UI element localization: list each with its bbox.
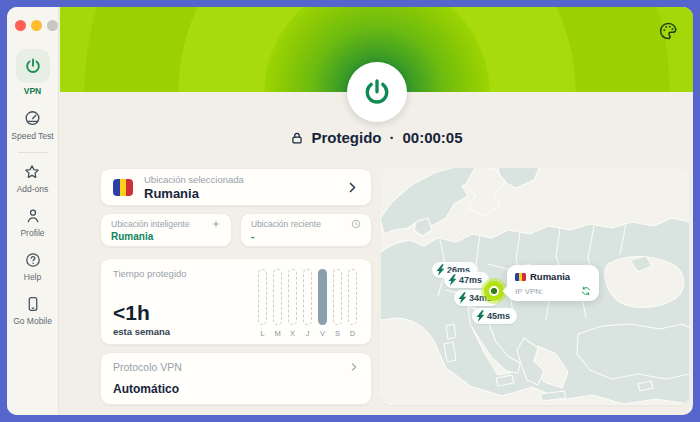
speedometer-icon	[23, 109, 42, 128]
traffic-lights	[15, 20, 58, 31]
phone-icon	[24, 295, 42, 313]
tooltip-subtitle: IP VPN:	[515, 287, 543, 296]
vpn-protocol-value: Automático	[113, 382, 359, 396]
chart-bar	[348, 269, 357, 325]
smart-location-card[interactable]: Ubicación inteligente Rumania	[100, 213, 232, 247]
europe-map[interactable]: 26ms 47ms 34ms 45ms	[380, 168, 690, 405]
status-separator: ·	[389, 129, 394, 146]
refresh-icon[interactable]	[581, 286, 591, 296]
status-label: Protegido	[311, 129, 381, 146]
sidebar-item-go-mobile[interactable]: Go Mobile	[13, 295, 52, 326]
chart-bar	[288, 269, 297, 325]
ping-badge: 45ms	[472, 308, 517, 324]
sidebar-nav: VPN Speed Test	[7, 49, 58, 326]
zoom-button[interactable]	[47, 20, 58, 31]
connected-location-marker[interactable]	[484, 281, 504, 301]
palette-icon[interactable]	[658, 21, 678, 41]
active-item-highlight	[16, 49, 50, 83]
sidebar-item-vpn[interactable]: VPN	[16, 49, 50, 96]
day-label: S	[333, 329, 342, 338]
recent-location-value: -	[251, 231, 361, 242]
romania-flag-icon	[515, 273, 526, 281]
day-label: D	[348, 329, 357, 338]
star-icon	[23, 163, 41, 181]
ping-badge: 47ms	[444, 272, 489, 288]
close-button[interactable]	[15, 20, 26, 31]
day-label: J	[303, 329, 312, 338]
bolt-icon	[476, 310, 485, 322]
app-window: Protegido · 00:00:05 VPN	[7, 7, 693, 415]
ping-value: 47ms	[459, 275, 482, 285]
protected-time-label: Tiempo protegido	[113, 268, 187, 279]
chevron-right-icon	[346, 181, 359, 194]
chart-bars	[258, 269, 357, 325]
sidebar-item-add-ons[interactable]: Add-ons	[17, 163, 49, 194]
lock-icon	[290, 131, 304, 145]
day-label: X	[288, 329, 297, 338]
profile-icon	[24, 207, 42, 225]
selected-location-label: Ubicación seleccionada	[144, 174, 244, 185]
sidebar-item-label: Profile	[20, 228, 44, 238]
sidebar-item-label: VPN	[24, 86, 41, 96]
vpn-protocol-label: Protocolo VPN	[113, 361, 182, 373]
chart-bar-active	[318, 269, 327, 325]
bolt-icon	[436, 264, 445, 276]
recent-location-card[interactable]: Ubicación reciente -	[240, 213, 372, 247]
bolt-icon	[448, 274, 457, 286]
smart-location-value: Rumania	[111, 231, 221, 242]
protected-time-card: Tiempo protegido <1h esta semana L M X	[100, 258, 372, 345]
chart-bar	[333, 269, 342, 325]
sidebar-item-label: Add-ons	[17, 184, 49, 194]
selected-location-card[interactable]: Ubicación seleccionada Rumania	[100, 168, 372, 206]
connection-status: Protegido · 00:00:05	[60, 129, 693, 146]
desktop-background: Protegido · 00:00:05 VPN	[0, 0, 700, 422]
ping-value: 45ms	[487, 311, 510, 321]
sidebar-item-help[interactable]: Help	[24, 251, 42, 282]
selected-location-value: Rumania	[144, 186, 244, 201]
chart-bar	[303, 269, 312, 325]
chart-bar	[258, 269, 267, 325]
chevron-right-icon	[349, 362, 359, 372]
sparkle-icon	[211, 219, 221, 229]
location-tooltip: Rumania IP VPN:	[507, 265, 599, 301]
sidebar-divider	[18, 152, 48, 153]
power-icon	[362, 77, 392, 107]
bolt-icon	[458, 292, 467, 304]
weekly-protection-chart: L M X J V S D	[258, 269, 357, 338]
day-label: V	[318, 329, 327, 338]
help-icon	[24, 251, 42, 269]
sidebar-item-label: Speed Test	[11, 131, 53, 141]
sidebar-item-speed-test[interactable]: Speed Test	[11, 109, 53, 141]
romania-flag-icon	[113, 179, 133, 196]
chart-bar	[273, 269, 282, 325]
vpn-protocol-card[interactable]: Protocolo VPN Automático	[100, 352, 372, 405]
smart-location-label: Ubicación inteligente	[111, 219, 189, 229]
recent-location-label: Ubicación reciente	[251, 219, 321, 229]
protected-time-value: <1h	[113, 301, 150, 325]
tooltip-title: Rumania	[530, 271, 570, 282]
vpn-power-button[interactable]	[347, 62, 407, 122]
sidebar: VPN Speed Test	[7, 7, 59, 415]
power-icon	[24, 57, 42, 75]
sidebar-item-label: Go Mobile	[13, 316, 52, 326]
sidebar-item-profile[interactable]: Profile	[20, 207, 44, 238]
sidebar-item-label: Help	[24, 272, 41, 282]
day-label: L	[258, 329, 267, 338]
protected-time-subtitle: esta semana	[113, 326, 170, 337]
day-label: M	[273, 329, 282, 338]
minimize-button[interactable]	[31, 20, 42, 31]
clock-icon	[351, 219, 361, 229]
chart-day-labels: L M X J V S D	[258, 329, 357, 338]
protected-timer: 00:00:05	[402, 129, 462, 146]
